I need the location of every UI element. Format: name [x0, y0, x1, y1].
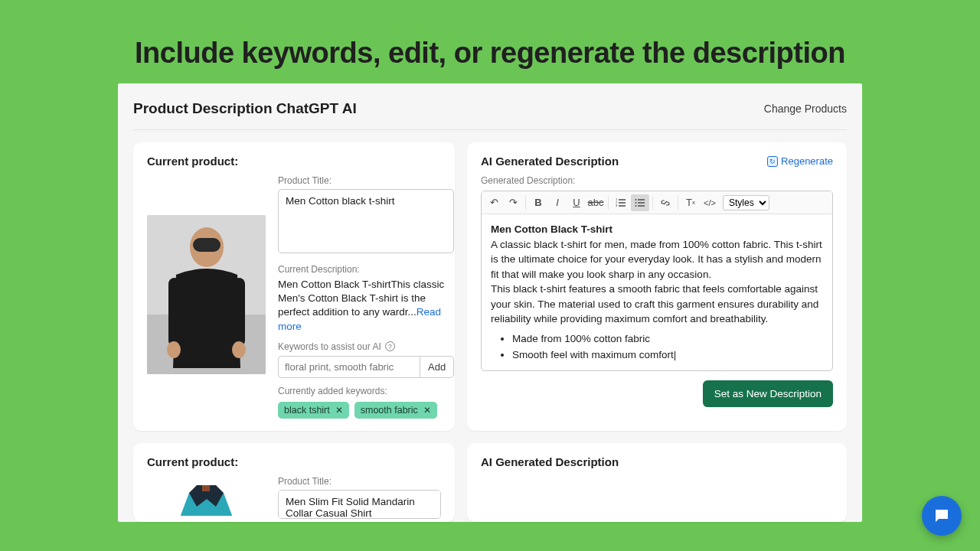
product-title-input[interactable]: [278, 490, 441, 519]
svg-rect-4: [168, 278, 181, 347]
chips-container: black tshirt ✕ smooth fabric ✕: [278, 402, 454, 419]
current-product-card: Current product: Product Title:: [133, 443, 455, 522]
current-description-label: Current Description:: [278, 264, 454, 275]
ordered-list-button[interactable]: 123: [612, 194, 630, 211]
chip-label: smooth fabric: [361, 405, 418, 416]
app-title: Product Description ChatGPT AI: [133, 100, 357, 117]
product-title-input[interactable]: [278, 189, 454, 253]
shirt-illustration: [147, 485, 266, 516]
redo-button[interactable]: ↷: [504, 194, 522, 211]
keyword-chip: smooth fabric ✕: [354, 402, 437, 419]
underline-button[interactable]: U: [567, 194, 586, 211]
remove-chip-icon[interactable]: ✕: [423, 405, 431, 416]
bold-button[interactable]: B: [529, 194, 547, 211]
product-image: [147, 215, 266, 374]
bullet-item: Smooth feel with maximum comfort: [512, 347, 823, 363]
product-title-label: Product Title:: [278, 476, 441, 487]
app-panel: Product Description ChatGPT AI Change Pr…: [118, 83, 862, 522]
set-as-new-description-button[interactable]: Set as New Description: [703, 380, 833, 407]
editor-toolbar: ↶ ↷ B I U abc 123: [482, 191, 832, 214]
card-title: Current product:: [147, 455, 441, 468]
regenerate-button[interactable]: ↻ Regenerate: [767, 155, 833, 167]
italic-button[interactable]: I: [548, 194, 567, 211]
product-row: Current product:: [133, 142, 847, 431]
regenerate-icon: ↻: [767, 156, 778, 167]
help-icon[interactable]: ?: [385, 341, 395, 351]
generated-paragraph: A classic black t-shirt for men, made fr…: [491, 239, 822, 280]
styles-select[interactable]: Styles: [723, 195, 769, 210]
current-product-card: Current product:: [133, 142, 455, 431]
generated-title: Men Cotton Black T-shirt: [491, 223, 612, 235]
add-keyword-button[interactable]: Add: [420, 356, 454, 378]
svg-rect-14: [202, 485, 210, 491]
svg-rect-3: [193, 238, 220, 252]
svg-rect-5: [233, 278, 245, 347]
product-row: Current product: Product Title: AI Gener…: [133, 443, 847, 522]
ai-card-title: AI Generated Description: [481, 155, 619, 168]
chat-fab[interactable]: [922, 496, 962, 536]
tshirt-illustration: [147, 215, 266, 374]
ai-generated-card: AI Generated Description ↻ Regenerate Ge…: [467, 142, 847, 431]
ai-generated-card: AI Generated Description: [467, 443, 847, 522]
product-image: [147, 485, 266, 516]
keyword-chip: black tshirt ✕: [278, 402, 349, 419]
generated-description-label: Generated Description:: [481, 175, 833, 186]
chat-icon: [933, 507, 951, 525]
svg-point-12: [635, 202, 637, 204]
clear-format-button[interactable]: Tx: [681, 194, 700, 211]
unordered-list-button[interactable]: [631, 194, 649, 211]
svg-point-7: [232, 341, 246, 358]
product-title-label: Product Title:: [278, 175, 454, 186]
chip-label: black tshirt: [284, 405, 330, 416]
generated-bullets: Made from 100% cotton fabric Smooth feel…: [491, 331, 823, 362]
generated-paragraph: This black t-shirt features a smooth fab…: [491, 283, 818, 324]
source-button[interactable]: </>: [701, 194, 719, 211]
change-products-link[interactable]: Change Products: [764, 103, 847, 115]
remove-chip-icon[interactable]: ✕: [335, 405, 343, 416]
bullet-item: Made from 100% cotton fabric: [512, 331, 823, 347]
app-header: Product Description ChatGPT AI Change Pr…: [133, 100, 847, 130]
page-heading: Include keywords, edit, or regenerate th…: [0, 0, 980, 83]
currently-added-label: Currently added keywords:: [278, 386, 454, 396]
keywords-input[interactable]: [278, 356, 420, 378]
link-button[interactable]: [656, 194, 675, 211]
svg-point-6: [167, 341, 181, 358]
strikethrough-button[interactable]: abc: [586, 194, 605, 211]
keywords-label: Keywords to assist our AI: [278, 341, 381, 352]
svg-text:3: 3: [616, 204, 618, 207]
svg-point-13: [635, 205, 637, 207]
svg-point-11: [635, 199, 637, 201]
current-description-text: Men Cotton Black T-shirtThis classic Men…: [278, 278, 454, 334]
undo-button[interactable]: ↶: [485, 194, 503, 211]
editor-content-area[interactable]: Men Cotton Black T-shirt A classic black…: [482, 214, 832, 370]
card-title: Current product:: [147, 155, 441, 168]
ai-card-title: AI Generated Description: [481, 455, 833, 468]
rich-text-editor: ↶ ↷ B I U abc 123: [481, 191, 833, 371]
